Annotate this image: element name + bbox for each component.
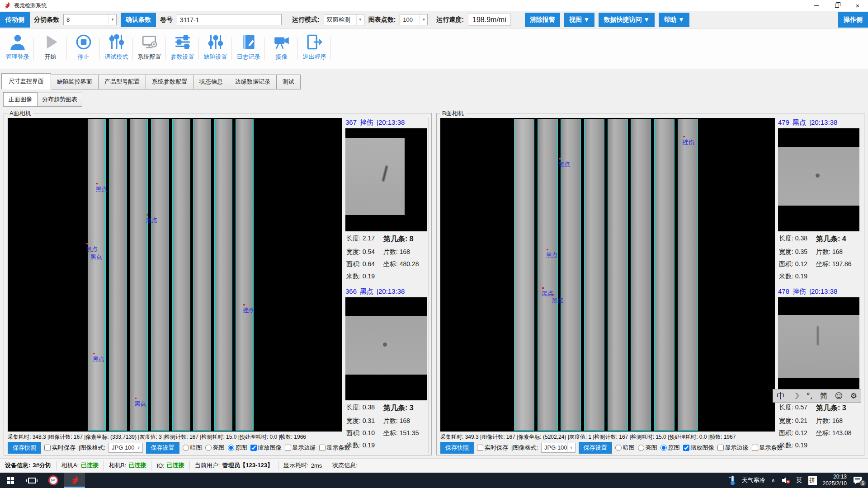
vision-app-taskbar-button[interactable]: [64, 473, 85, 488]
defect-coord: 143.08: [832, 429, 852, 436]
show-edge-checkbox[interactable]: [717, 445, 724, 451]
windows-logo-icon: [7, 477, 14, 484]
ime-settings-gear-icon[interactable]: ⚙: [850, 391, 857, 400]
ime-indicator[interactable]: 拼: [808, 476, 817, 485]
ime-halfmoon-icon[interactable]: ☽: [792, 391, 799, 400]
image-format-label: |图像格式:: [79, 444, 105, 452]
tab-product-model-config[interactable]: 产品型号配置: [98, 75, 146, 89]
zoom-image-checkbox[interactable]: [250, 445, 257, 451]
quick-access-menu-button[interactable]: 数据快捷访问 ▼: [599, 13, 655, 27]
subtab-front-image[interactable]: 正面图像: [3, 92, 38, 107]
dark-image-radio[interactable]: [615, 445, 622, 451]
camera-button[interactable]: 摄像: [265, 32, 298, 68]
defect-card[interactable]: 479 黑点 |20:13:38 长度: 0.38 第几条: 4 宽度: 0.3…: [778, 118, 859, 282]
show-edge-checkbox[interactable]: [285, 445, 291, 451]
bright-image-radio[interactable]: [638, 445, 644, 451]
restore-button[interactable]: [826, 0, 847, 11]
chart-points-select[interactable]: 100 ▼: [400, 14, 428, 25]
start-button[interactable]: 开始: [34, 32, 67, 68]
drive-side-button[interactable]: 传动侧: [0, 12, 30, 28]
start-button[interactable]: [0, 473, 21, 488]
image-format-select[interactable]: JPG 100 ∨: [108, 443, 143, 453]
defect-card[interactable]: 366 黑点 |20:13:38 长度: 0.38 第几条: 3 宽度: 0.3…: [345, 287, 427, 450]
param-settings-button[interactable]: 参数设置: [166, 32, 199, 68]
camera-image-b[interactable]: 黑点挫伤黑点黑点黑点: [440, 118, 775, 432]
image-format-label: |图像格式:: [511, 444, 538, 452]
show-strip-count-checkbox[interactable]: [752, 445, 758, 451]
view-menu-button[interactable]: 视图 ▼: [564, 13, 595, 27]
clear-alarm-button[interactable]: 清除报警: [525, 13, 560, 27]
defect-card[interactable]: 367 挫伤 |20:13:38 长度: 2.17 第几条: 8 宽度: 0.5…: [345, 118, 427, 282]
bright-image-radio[interactable]: [205, 445, 212, 451]
run-speed-label: 运行速度:: [436, 16, 464, 24]
defect-width: 0.31: [363, 417, 375, 424]
volume-muted-button[interactable]: [781, 477, 790, 484]
steel-strip: [193, 119, 211, 431]
steel-strip: [109, 119, 127, 431]
save-settings-button[interactable]: 保存设置: [146, 442, 179, 454]
camera-image-a[interactable]: 黑点黑点黑点黑点挫伤黑点黑点: [8, 118, 342, 432]
panel-title: A面相机: [8, 109, 33, 117]
minimize-button[interactable]: [806, 0, 826, 11]
ime-language-bar[interactable]: 中 ☽ °, 简 ☺ ⚙: [773, 389, 861, 403]
subtab-trend-chart[interactable]: 分布趋势图表: [37, 93, 82, 107]
slice-count-label: 分切条数: [34, 16, 59, 24]
defect-card[interactable]: 478 挫伤 |20:13:38 长度: 0.57 第几条: 3 宽度: 0.2…: [778, 287, 859, 450]
dark-image-radio[interactable]: [183, 445, 189, 451]
defect-id: 479: [778, 118, 789, 127]
defect-width: 0.35: [795, 248, 807, 255]
tab-system-param-config[interactable]: 系统参数配置: [146, 75, 193, 89]
weather-text[interactable]: 天气寒冷: [742, 476, 765, 484]
operator-side-button[interactable]: 操作侧: [838, 12, 868, 28]
snipping-tool-button[interactable]: ✂: [42, 473, 64, 488]
panel-title: B面相机: [440, 109, 466, 117]
play-icon: [42, 33, 60, 51]
exit-program-button[interactable]: 退出程序: [298, 32, 331, 68]
realtime-save-checkbox[interactable]: [44, 445, 51, 451]
ime-chinese-mode[interactable]: 中: [777, 390, 785, 401]
tab-defect-monitor[interactable]: 缺陷监控界面: [51, 75, 99, 89]
save-settings-button[interactable]: 保存设置: [579, 442, 612, 454]
save-snapshot-button[interactable]: 保存快照: [440, 442, 474, 454]
language-indicator[interactable]: 英: [796, 476, 802, 484]
roll-number-input[interactable]: [177, 14, 282, 25]
tab-edge-data-record[interactable]: 边缘数据记录: [229, 75, 277, 89]
tab-test[interactable]: 测试: [276, 75, 301, 89]
stop-icon: [75, 33, 93, 51]
show-strip-count-checkbox[interactable]: [319, 445, 326, 451]
app-status-bar: 设备信息:3#分切 相机A:已连接 相机B:已连接 IO:已连接 当前用户:管理…: [0, 458, 868, 473]
slice-count-select[interactable]: 8 ▼: [63, 14, 117, 25]
image-format-select[interactable]: JPG 100 ∨: [541, 443, 576, 453]
taskbar-clock[interactable]: 20:13 2025/2/10: [823, 474, 847, 487]
defect-meters: 0.19: [795, 272, 807, 280]
debug-mode-button[interactable]: 调试模式: [100, 32, 133, 68]
tray-expand-chevron-icon[interactable]: ∧: [771, 477, 775, 483]
tab-status-info[interactable]: 状态信息: [193, 75, 229, 89]
action-center-button[interactable]: 6: [853, 476, 863, 485]
log-record-button[interactable]: 日志记录: [232, 32, 265, 68]
confirm-count-button[interactable]: 确认条数: [121, 13, 156, 27]
defect-coord: 197.86: [832, 260, 852, 267]
system-config-button[interactable]: 系统配置: [133, 32, 166, 68]
admin-login-button[interactable]: 管理登录: [1, 32, 34, 68]
task-view-button[interactable]: [21, 473, 42, 488]
stop-button[interactable]: 停止: [67, 32, 100, 68]
tab-size-monitor[interactable]: 尺寸监控界面: [1, 73, 51, 89]
defect-coord: 480.28: [400, 260, 419, 267]
ime-punctuation-icon[interactable]: °,: [807, 391, 813, 400]
ime-emoji-icon[interactable]: ☺: [835, 391, 843, 400]
help-menu-button[interactable]: 帮助 ▼: [659, 13, 689, 27]
defect-header: 367 挫伤 |20:13:38: [345, 118, 427, 128]
ime-simplified-mode[interactable]: 简: [820, 391, 828, 401]
realtime-save-checkbox[interactable]: [477, 445, 483, 451]
close-button[interactable]: ×: [847, 0, 868, 11]
state-info-label: 状态信息:: [332, 461, 358, 469]
original-image-radio[interactable]: [660, 445, 667, 451]
defect-pieces: 168: [832, 417, 843, 424]
defect-overlay-label: 黑点: [86, 245, 98, 253]
defect-settings-button[interactable]: 缺陷设置: [199, 32, 232, 68]
run-mode-select[interactable]: 双面检测 ▼: [324, 14, 364, 25]
original-image-radio[interactable]: [228, 445, 234, 451]
save-snapshot-button[interactable]: 保存快照: [8, 442, 41, 454]
zoom-image-checkbox[interactable]: [683, 445, 689, 451]
